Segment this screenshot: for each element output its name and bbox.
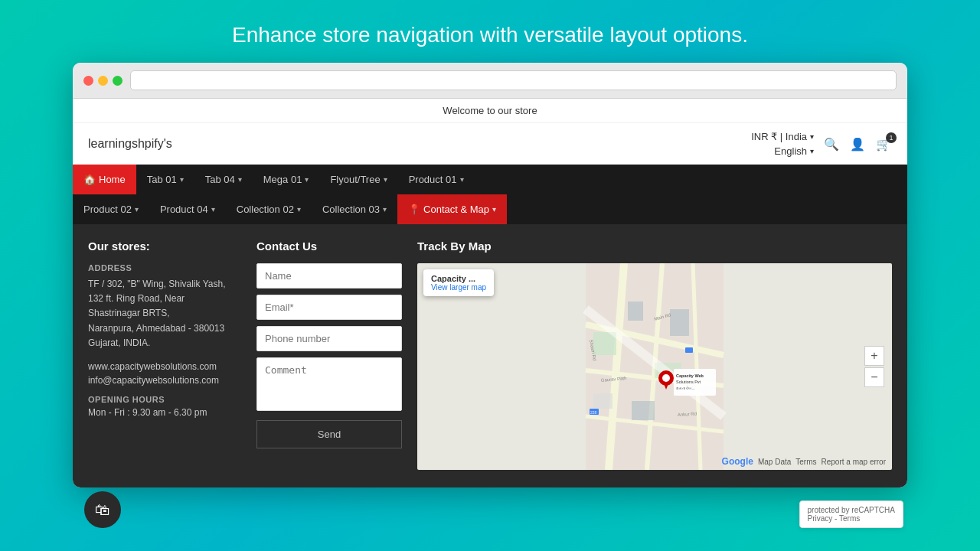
dot-green[interactable] [113,76,122,86]
welcome-text: Welcome to our store [443,105,537,116]
recaptcha-links: Privacy - Terms [808,514,896,523]
nav-home-label: Home [99,174,126,185]
cart-icon[interactable]: 🛒 1 [875,135,892,152]
product04-chevron-icon: ▾ [211,205,215,214]
nav-mega01[interactable]: Mega 01 ▾ [253,165,320,194]
language-selector[interactable]: English ▾ [774,145,814,157]
svg-text:ક્ષમતા વેબ...: ક્ષમતા વેબ... [676,386,695,390]
nav-contact-map-label: Contact & Map [423,204,489,215]
map-zoom-controls: + − [864,346,884,387]
zoom-in-button[interactable]: + [864,346,884,366]
nav-product02-label: Product 02 [83,204,132,215]
dot-yellow[interactable] [98,76,108,86]
email-link[interactable]: info@capacitywebsolutions.com [88,375,241,386]
language-text: English [774,145,807,157]
map-container[interactable]: Gaurav Path Shastri Rd Main Rd Ankur Rd … [417,263,892,470]
map-terms-text[interactable]: Terms [795,458,816,466]
svg-text:Solutions Pvt: Solutions Pvt [676,380,701,384]
nav-product04[interactable]: Product 04 ▾ [149,194,226,224]
name-input[interactable] [256,263,402,289]
browser-dots [83,76,122,86]
currency-chevron-icon: ▾ [810,132,814,141]
recaptcha-text: protected by reCAPTCHA [808,506,896,514]
nav-tab04-label: Tab 04 [205,174,235,185]
map-popup-title: Capacity ... [431,274,486,283]
svg-point-23 [662,374,670,382]
nav-product01-label: Product 01 [409,174,457,185]
nav-product01[interactable]: Product 01 ▾ [398,165,475,194]
svg-rect-20 [685,347,693,353]
google-logo: Google [722,456,753,467]
nav-product02[interactable]: Product 02 ▾ [73,194,149,224]
tab01-chevron-icon: ▾ [180,175,184,184]
nav-collection02-label: Collection 02 [237,204,294,215]
nav-product04-label: Product 04 [160,204,208,215]
nav-flyout-label: Flyout/Tree [330,174,380,185]
zoom-out-button[interactable]: − [864,367,884,387]
contact-map-dropdown: Our stores: ADDRESS TF / 302, "B" Wing, … [73,224,907,487]
nav-flyout[interactable]: Flyout/Tree ▾ [319,165,397,194]
send-button[interactable]: Send [256,420,402,448]
nav-tab01-label: Tab 01 [147,174,177,185]
currency-language-group: INR ₹ | India ▾ English ▾ [751,131,814,157]
cart-badge: 1 [886,132,897,143]
address-label: ADDRESS [88,263,241,272]
map-popup-link[interactable]: View larger map [431,283,486,292]
contact-column: Contact Us Send [256,240,402,470]
map-title: Track By Map [417,240,892,253]
svg-text:Capacity Web: Capacity Web [676,373,704,378]
map-footer: Google Map Data Terms Report a map error [417,456,892,467]
product01-chevron-icon: ▾ [460,175,464,184]
search-icon[interactable]: 🔍 [823,135,840,152]
welcome-bar: Welcome to our store [73,99,907,123]
contact-map-chevron-icon: ▾ [492,205,496,214]
nav-tab01[interactable]: Tab 01 ▾ [136,165,194,194]
hours-label: OPENING HOURS [88,395,241,404]
user-icon[interactable]: 👤 [849,135,866,152]
browser-chrome [73,63,907,99]
currency-selector[interactable]: INR ₹ | India ▾ [751,131,814,142]
page-heading: Enhance store navigation with versatile … [232,23,748,47]
browser-content: Welcome to our store learningshpify's IN… [73,99,907,487]
nav-home[interactable]: 🏠 Home [73,165,136,194]
tab04-chevron-icon: ▾ [238,175,242,184]
address-text: TF / 302, "B" Wing, Shivalik Yash,132 ft… [88,277,241,350]
svg-rect-10 [670,309,689,336]
contact-form: Send [256,263,402,448]
map-report-text[interactable]: Report a map error [822,458,886,466]
shopify-badge[interactable]: 🛍 [84,491,121,528]
nav-mega01-label: Mega 01 [263,174,302,185]
language-chevron-icon: ▾ [810,147,814,155]
flyout-chevron-icon: ▾ [384,175,387,184]
email-input[interactable] [256,295,402,320]
recaptcha-badge: protected by reCAPTCHA Privacy - Terms [799,500,904,528]
nav-collection03-label: Collection 03 [322,204,380,215]
hours-text: Mon - Fri : 9.30 am - 6.30 pm [88,407,241,418]
stores-title: Our stores: [88,240,241,253]
nav-tab04[interactable]: Tab 04 ▾ [194,165,253,194]
nav-contact-map[interactable]: 📍 Contact & Map ▾ [397,194,507,224]
header-icons: INR ₹ | India ▾ English ▾ 🔍 👤 🛒 1 [751,131,892,157]
website-link[interactable]: www.capacitywebsolutions.com [88,361,241,372]
store-logo: learningshpify's [88,137,172,151]
currency-text: INR ₹ | India [751,131,807,142]
collection02-chevron-icon: ▾ [297,205,301,214]
phone-input[interactable] [256,326,402,351]
svg-rect-8 [628,302,643,321]
svg-text:228: 228 [590,410,597,415]
nav-collection02[interactable]: Collection 02 ▾ [226,194,312,224]
nav-collection03[interactable]: Collection 03 ▾ [312,194,397,224]
nav-bar-row2: Product 02 ▾ Product 04 ▾ Collection 02 … [73,194,907,224]
comment-input[interactable] [256,357,402,411]
browser-window: Welcome to our store learningshpify's IN… [73,63,907,487]
svg-rect-11 [593,393,612,409]
contact-title: Contact Us [256,240,402,253]
home-icon: 🏠 [83,174,96,185]
map-column: Track By Map [417,240,892,470]
product02-chevron-icon: ▾ [135,205,139,214]
stores-column: Our stores: ADDRESS TF / 302, "B" Wing, … [88,240,241,470]
map-data-text: Map Data [758,458,791,466]
address-bar[interactable] [130,70,897,90]
dot-red[interactable] [83,76,93,86]
contact-map-icon: 📍 [408,204,420,215]
